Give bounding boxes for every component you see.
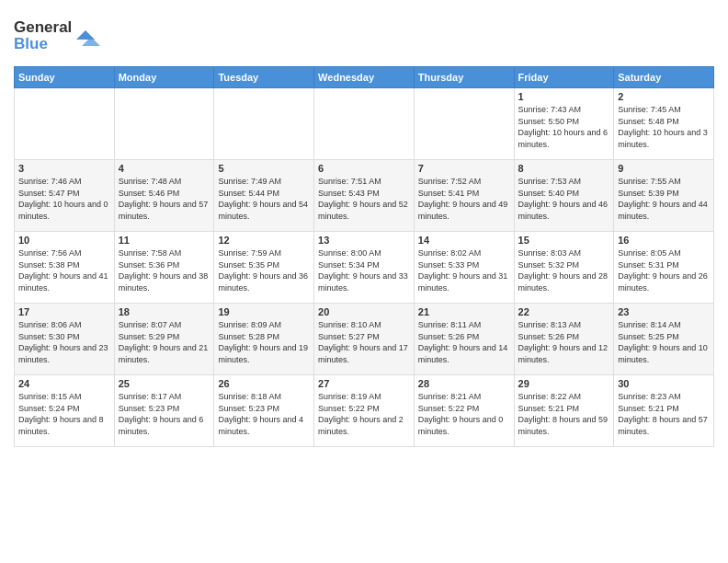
day-info: Sunrise: 7:49 AM Sunset: 5:44 PM Dayligh… [218, 176, 310, 222]
day-info: Sunrise: 8:13 AM Sunset: 5:26 PM Dayligh… [518, 319, 610, 365]
calendar-cell: 30Sunrise: 8:23 AM Sunset: 5:21 PM Dayli… [614, 375, 714, 447]
calendar-cell: 16Sunrise: 8:05 AM Sunset: 5:31 PM Dayli… [614, 232, 714, 304]
calendar-week-row: 24Sunrise: 8:15 AM Sunset: 5:24 PM Dayli… [15, 375, 714, 447]
weekday-header-row: SundayMondayTuesdayWednesdayThursdayFrid… [15, 67, 714, 88]
weekday-header: Wednesday [314, 67, 415, 88]
day-number: 28 [418, 378, 510, 389]
weekday-header: Sunday [15, 67, 115, 88]
day-number: 7 [418, 163, 510, 174]
calendar-cell [114, 88, 214, 160]
day-number: 3 [18, 163, 110, 174]
day-number: 27 [318, 378, 410, 389]
day-number: 26 [218, 378, 310, 389]
day-info: Sunrise: 7:51 AM Sunset: 5:43 PM Dayligh… [318, 176, 410, 222]
day-info: Sunrise: 8:19 AM Sunset: 5:22 PM Dayligh… [318, 391, 410, 437]
day-number: 2 [618, 91, 710, 102]
day-info: Sunrise: 8:02 AM Sunset: 5:33 PM Dayligh… [418, 247, 510, 293]
svg-text:General: General [14, 18, 72, 36]
day-number: 12 [218, 235, 310, 246]
day-number: 23 [618, 306, 710, 317]
calendar-cell: 9Sunrise: 7:55 AM Sunset: 5:39 PM Daylig… [614, 160, 714, 232]
day-number: 8 [518, 163, 610, 174]
day-info: Sunrise: 8:17 AM Sunset: 5:23 PM Dayligh… [119, 391, 210, 437]
day-info: Sunrise: 8:03 AM Sunset: 5:32 PM Dayligh… [518, 247, 610, 293]
day-number: 22 [518, 306, 610, 317]
day-info: Sunrise: 7:58 AM Sunset: 5:36 PM Dayligh… [119, 247, 210, 293]
day-number: 10 [18, 235, 110, 246]
day-number: 20 [318, 306, 410, 317]
calendar-cell [214, 88, 314, 160]
weekday-header: Saturday [614, 67, 714, 88]
day-number: 24 [18, 378, 110, 389]
day-number: 11 [119, 235, 210, 246]
calendar-cell: 1Sunrise: 7:43 AM Sunset: 5:50 PM Daylig… [514, 88, 614, 160]
day-number: 13 [318, 235, 410, 246]
day-number: 29 [518, 378, 610, 389]
day-info: Sunrise: 8:22 AM Sunset: 5:21 PM Dayligh… [518, 391, 610, 437]
calendar-cell: 20Sunrise: 8:10 AM Sunset: 5:27 PM Dayli… [314, 304, 415, 375]
calendar-cell: 19Sunrise: 8:09 AM Sunset: 5:28 PM Dayli… [214, 304, 314, 375]
day-info: Sunrise: 7:53 AM Sunset: 5:40 PM Dayligh… [518, 176, 610, 222]
day-number: 14 [418, 235, 510, 246]
day-number: 16 [618, 235, 710, 246]
calendar-cell: 14Sunrise: 8:02 AM Sunset: 5:33 PM Dayli… [414, 232, 514, 304]
calendar-cell: 25Sunrise: 8:17 AM Sunset: 5:23 PM Dayli… [114, 375, 214, 447]
day-info: Sunrise: 7:46 AM Sunset: 5:47 PM Dayligh… [18, 176, 110, 222]
day-number: 18 [119, 306, 210, 317]
day-info: Sunrise: 8:21 AM Sunset: 5:22 PM Dayligh… [418, 391, 510, 437]
calendar-table: SundayMondayTuesdayWednesdayThursdayFrid… [14, 66, 714, 447]
calendar-cell: 4Sunrise: 7:48 AM Sunset: 5:46 PM Daylig… [114, 160, 214, 232]
day-info: Sunrise: 8:11 AM Sunset: 5:26 PM Dayligh… [418, 319, 510, 365]
calendar-cell: 3Sunrise: 7:46 AM Sunset: 5:47 PM Daylig… [15, 160, 115, 232]
day-number: 9 [618, 163, 710, 174]
day-number: 17 [18, 306, 110, 317]
day-info: Sunrise: 7:45 AM Sunset: 5:48 PM Dayligh… [618, 104, 710, 150]
day-number: 25 [119, 378, 210, 389]
calendar-week-row: 1Sunrise: 7:43 AM Sunset: 5:50 PM Daylig… [15, 88, 714, 160]
day-info: Sunrise: 8:18 AM Sunset: 5:23 PM Dayligh… [218, 391, 310, 437]
calendar-week-row: 17Sunrise: 8:06 AM Sunset: 5:30 PM Dayli… [15, 304, 714, 375]
calendar-cell: 21Sunrise: 8:11 AM Sunset: 5:26 PM Dayli… [414, 304, 514, 375]
day-info: Sunrise: 8:15 AM Sunset: 5:24 PM Dayligh… [18, 391, 110, 437]
calendar-cell: 22Sunrise: 8:13 AM Sunset: 5:26 PM Dayli… [514, 304, 614, 375]
day-number: 21 [418, 306, 510, 317]
calendar-cell: 18Sunrise: 8:07 AM Sunset: 5:29 PM Dayli… [114, 304, 214, 375]
day-number: 5 [218, 163, 310, 174]
day-number: 15 [518, 235, 610, 246]
day-info: Sunrise: 8:10 AM Sunset: 5:27 PM Dayligh… [318, 319, 410, 365]
calendar-cell: 6Sunrise: 7:51 AM Sunset: 5:43 PM Daylig… [314, 160, 415, 232]
calendar-cell: 15Sunrise: 8:03 AM Sunset: 5:32 PM Dayli… [514, 232, 614, 304]
calendar-cell: 13Sunrise: 8:00 AM Sunset: 5:34 PM Dayli… [314, 232, 415, 304]
calendar-cell: 10Sunrise: 7:56 AM Sunset: 5:38 PM Dayli… [15, 232, 115, 304]
calendar-cell: 5Sunrise: 7:49 AM Sunset: 5:44 PM Daylig… [214, 160, 314, 232]
day-info: Sunrise: 7:55 AM Sunset: 5:39 PM Dayligh… [618, 176, 710, 222]
day-info: Sunrise: 7:59 AM Sunset: 5:35 PM Dayligh… [218, 247, 310, 293]
day-info: Sunrise: 8:05 AM Sunset: 5:31 PM Dayligh… [618, 247, 710, 293]
day-info: Sunrise: 8:07 AM Sunset: 5:29 PM Dayligh… [119, 319, 210, 365]
calendar-cell: 23Sunrise: 8:14 AM Sunset: 5:25 PM Dayli… [614, 304, 714, 375]
day-number: 1 [518, 91, 610, 102]
calendar-week-row: 3Sunrise: 7:46 AM Sunset: 5:47 PM Daylig… [15, 160, 714, 232]
calendar-cell: 2Sunrise: 7:45 AM Sunset: 5:48 PM Daylig… [614, 88, 714, 160]
calendar-cell: 12Sunrise: 7:59 AM Sunset: 5:35 PM Dayli… [214, 232, 314, 304]
day-info: Sunrise: 7:52 AM Sunset: 5:41 PM Dayligh… [418, 176, 510, 222]
day-info: Sunrise: 8:06 AM Sunset: 5:30 PM Dayligh… [18, 319, 110, 365]
weekday-header: Friday [514, 67, 614, 88]
day-info: Sunrise: 8:14 AM Sunset: 5:25 PM Dayligh… [618, 319, 710, 365]
calendar-cell: 8Sunrise: 7:53 AM Sunset: 5:40 PM Daylig… [514, 160, 614, 232]
day-number: 30 [618, 378, 710, 389]
day-info: Sunrise: 7:43 AM Sunset: 5:50 PM Dayligh… [518, 104, 610, 150]
logo: General Blue [14, 14, 101, 59]
day-info: Sunrise: 8:09 AM Sunset: 5:28 PM Dayligh… [218, 319, 310, 365]
svg-text:Blue: Blue [14, 35, 48, 52]
weekday-header: Monday [114, 67, 214, 88]
calendar-cell [314, 88, 415, 160]
calendar-cell: 17Sunrise: 8:06 AM Sunset: 5:30 PM Dayli… [15, 304, 115, 375]
day-info: Sunrise: 8:00 AM Sunset: 5:34 PM Dayligh… [318, 247, 410, 293]
calendar-cell: 28Sunrise: 8:21 AM Sunset: 5:22 PM Dayli… [414, 375, 514, 447]
weekday-header: Tuesday [214, 67, 314, 88]
day-number: 19 [218, 306, 310, 317]
calendar-cell [15, 88, 115, 160]
weekday-header: Thursday [414, 67, 514, 88]
day-info: Sunrise: 7:56 AM Sunset: 5:38 PM Dayligh… [18, 247, 110, 293]
